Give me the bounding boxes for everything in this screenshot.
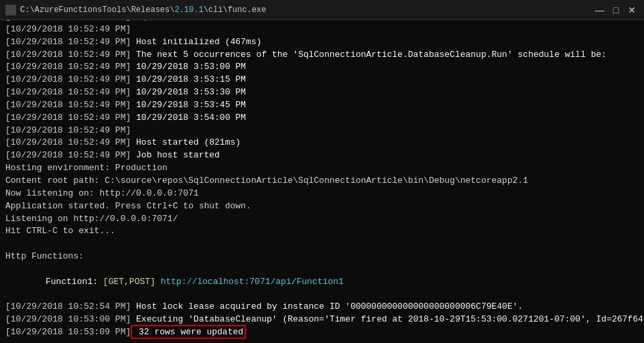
timestamp: [10/29/2018 10:53:09 PM] (5, 327, 131, 337)
timestamp: [10/29/2018 10:52:49 PM] (5, 100, 131, 110)
terminal-line: Application started. Press Ctrl+C to shu… (5, 200, 639, 213)
log-text: Executing 'DatabaseCleanup' (Reason='Tim… (131, 314, 644, 324)
path-suffix: \cli\func.exe (204, 5, 267, 15)
terminal-line: [10/29/2018 10:52:49 PM] (5, 23, 639, 36)
timestamp: [10/29/2018 10:52:49 PM] (5, 50, 131, 60)
title-bar: C:\AzureFunctionsTools\Releases\2.10.1\c… (0, 0, 644, 20)
app-icon (5, 5, 16, 15)
terminal-line: [10/29/2018 10:52:54 PM] Host lock lease… (5, 301, 639, 314)
timestamp: [10/29/2018 10:52:49 PM] (5, 113, 131, 123)
title-bar-text: C:\AzureFunctionsTools\Releases\2.10.1\c… (20, 5, 266, 15)
timestamp: [10/29/2018 10:52:54 PM] (5, 301, 131, 312)
plain-text: Content root path: C:\source\repos\SqlCo… (5, 176, 528, 186)
plain-text: Hit CTRL-C to exit... (5, 226, 115, 236)
log-text: 10/29/2018 3:54:00 PM (131, 113, 246, 123)
log-text: Host initialized (467ms) (131, 37, 261, 47)
plain-text: Hosting environment: Production (5, 163, 168, 173)
title-bar-controls: — □ ✕ (593, 3, 639, 17)
log-text: 10/29/2018 3:53:45 PM (131, 100, 246, 110)
log-text: The next 5 occurrences of the 'SqlConnec… (131, 50, 606, 60)
log-text: 10/29/2018 3:53:30 PM (131, 87, 246, 97)
log-text: SqlConnectionArticle.Function1.Run (131, 20, 314, 21)
close-button[interactable]: ✕ (625, 3, 639, 17)
timestamp: [10/29/2018 10:52:49 PM] (5, 137, 131, 147)
terminal-line (5, 263, 639, 276)
log-text: Host started (821ms) (131, 137, 241, 147)
terminal-line (5, 238, 639, 251)
terminal-line: [10/29/2018 10:53:09 PM] 32 rows were up… (5, 326, 639, 339)
timestamp: [10/29/2018 10:52:49 PM] (5, 74, 131, 84)
terminal-line (5, 289, 639, 301)
timestamp: [10/29/2018 10:52:49 PM] (5, 125, 131, 135)
timestamp: [10/29/2018 10:52:49 PM] (5, 20, 131, 21)
terminal-line: Content root path: C:\source\repos\SqlCo… (5, 175, 639, 188)
maximize-button[interactable]: □ (609, 3, 623, 17)
terminal-line: [10/29/2018 10:52:49 PM] 10/29/2018 3:53… (5, 61, 639, 74)
timestamp: [10/29/2018 10:52:49 PM] (5, 87, 131, 97)
log-text: Job host started (131, 150, 220, 160)
terminal-line: Hit CTRL-C to exit... (5, 225, 639, 238)
terminal-line: [10/29/2018 10:53:00 PM] Executing 'Data… (5, 314, 639, 326)
log-text: 10/29/2018 3:53:15 PM (131, 74, 246, 84)
timestamp: [10/29/2018 10:53:00 PM] (5, 314, 131, 324)
minimize-button[interactable]: — (593, 3, 606, 17)
path-prefix: C:\AzureFunctionsTools\Releases\ (20, 5, 174, 15)
terminal-line: [10/29/2018 10:52:49 PM] Host started (8… (5, 137, 639, 149)
path-version: 2.10.1 (174, 5, 203, 15)
terminal-line: [10/29/2018 10:52:49 PM] 10/29/2018 3:54… (5, 112, 639, 125)
plain-text: Now listening on: http://0.0.0.0:7071 (5, 188, 199, 198)
terminal-line: [10/29/2018 10:52:49 PM] Host initialize… (5, 36, 639, 49)
terminal-line: Function1: [GET,POST] http://localhost:7… (5, 276, 639, 289)
function-methods: [GET,POST] (103, 277, 155, 287)
title-bar-left: C:\AzureFunctionsTools\Releases\2.10.1\c… (5, 5, 266, 15)
plain-text: Listening on http://0.0.0.0:7071/ (5, 214, 178, 224)
terminal-line: [10/29/2018 10:52:49 PM] The next 5 occu… (5, 49, 639, 62)
terminal-line: Now listening on: http://0.0.0.0:7071 (5, 188, 639, 200)
timestamp: [10/29/2018 10:52:49 PM] (5, 150, 131, 160)
timestamp: [10/29/2018 10:52:49 PM] (5, 62, 131, 72)
terminal-output: [10/29/2018 10:52:49 PM] SqlConnectionAr… (0, 20, 644, 343)
terminal-line: Hosting environment: Production (5, 162, 639, 175)
terminal-line: Listening on http://0.0.0.0:7071/ (5, 213, 639, 226)
terminal-line: [10/29/2018 10:52:49 PM] 10/29/2018 3:53… (5, 86, 639, 99)
log-text: 10/29/2018 3:53:00 PM (131, 62, 246, 72)
plain-text: Application started. Press Ctrl+C to shu… (5, 201, 251, 211)
plain-text: Http Functions: (5, 251, 84, 261)
function-url: http://localhost:7071/api/Function1 (161, 277, 344, 287)
highlighted-result: 32 rows were updated (131, 325, 246, 339)
terminal-line: Http Functions: (5, 251, 639, 263)
terminal-line: [10/29/2018 10:52:49 PM] Job host starte… (5, 149, 639, 162)
function-name: Function1: (46, 277, 98, 287)
terminal-line: [10/29/2018 10:52:49 PM] (5, 125, 639, 137)
log-text: Host lock lease acquired by instance ID … (131, 301, 523, 312)
terminal-line: [10/29/2018 10:52:49 PM] 10/29/2018 3:53… (5, 74, 639, 86)
timestamp: [10/29/2018 10:52:49 PM] (5, 24, 131, 34)
timestamp: [10/29/2018 10:52:49 PM] (5, 37, 131, 47)
terminal-line: [10/29/2018 10:52:49 PM] 10/29/2018 3:53… (5, 99, 639, 112)
